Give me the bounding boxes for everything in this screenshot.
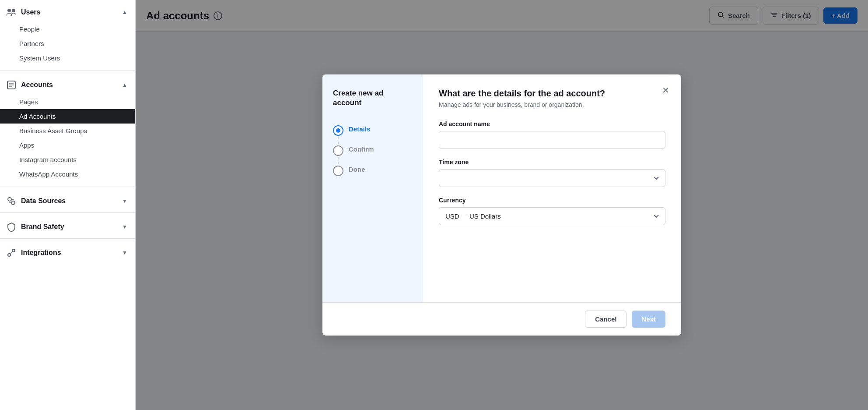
svg-point-5	[8, 254, 10, 256]
currency-label: Currency	[439, 197, 665, 204]
modal-left-title: Create new ad account	[333, 88, 413, 108]
sidebar-group-accounts-label: Accounts	[21, 81, 53, 89]
modal-close-button[interactable]: ✕	[658, 83, 672, 97]
users-chevron-icon: ▲	[122, 9, 127, 15]
step-list: Details Confirm Done	[333, 120, 413, 180]
form-group-ad-account-name: Ad account name	[439, 120, 665, 149]
step-done-circle	[333, 166, 343, 176]
data-sources-icon	[6, 196, 17, 206]
cancel-button[interactable]: Cancel	[585, 311, 626, 328]
sidebar-group-data-sources-label: Data Sources	[21, 197, 66, 205]
step-confirm-circle	[333, 145, 343, 156]
sidebar-item-whatsapp-accounts[interactable]: WhatsApp Accounts	[19, 167, 135, 181]
currency-select[interactable]: USD — US Dollars EUR — Euro GBP — Britis…	[439, 207, 665, 225]
sidebar-accounts-items: Pages Ad Accounts Business Asset Groups …	[0, 95, 135, 185]
next-button[interactable]: Next	[632, 311, 665, 328]
close-icon: ✕	[662, 85, 669, 95]
modal-right-panel: ✕ What are the details for the ad accoun…	[423, 74, 681, 302]
svg-point-4	[11, 201, 15, 205]
sidebar-group-users-label: Users	[21, 8, 40, 16]
modal-right-spacer	[439, 235, 665, 292]
modal-right-subtitle: Manage ads for your business, brand or o…	[439, 101, 665, 108]
sidebar-section-users: Users ▲ People Partners System Users	[0, 0, 135, 69]
modal-overlay: Create new ad account Details Confirm	[136, 0, 868, 410]
sidebar-group-users[interactable]: Users ▲	[0, 0, 135, 22]
divider-1	[0, 71, 135, 71]
svg-rect-1	[12, 9, 15, 12]
sidebar-item-system-users[interactable]: System Users	[19, 51, 135, 65]
modal-left-panel: Create new ad account Details Confirm	[322, 74, 423, 302]
modal: Create new ad account Details Confirm	[322, 74, 681, 336]
sidebar: Users ▲ People Partners System Users Acc…	[0, 0, 136, 410]
sidebar-group-brand-safety-label: Brand Safety	[21, 223, 64, 231]
svg-point-6	[12, 249, 15, 252]
sidebar-group-brand-safety[interactable]: Brand Safety ▼	[0, 215, 135, 237]
form-group-currency: Currency USD — US Dollars EUR — Euro GBP…	[439, 197, 665, 225]
accounts-icon	[6, 80, 17, 90]
accounts-chevron-icon: ▲	[122, 82, 127, 88]
step-confirm-label: Confirm	[349, 145, 374, 153]
divider-4	[0, 238, 135, 239]
step-done: Done	[333, 160, 413, 180]
step-confirm: Confirm	[333, 140, 413, 160]
sidebar-item-instagram-accounts[interactable]: Instagram accounts	[19, 152, 135, 167]
modal-body: Create new ad account Details Confirm	[322, 74, 681, 302]
main-area: Ad accounts i Search Filters	[136, 0, 868, 410]
brand-safety-icon	[6, 222, 17, 232]
svg-rect-0	[7, 9, 11, 12]
sidebar-item-business-asset-groups[interactable]: Business Asset Groups	[19, 124, 135, 138]
ad-account-name-label: Ad account name	[439, 120, 665, 127]
step-done-label: Done	[349, 165, 365, 173]
sidebar-item-people[interactable]: People	[19, 22, 135, 36]
sidebar-section-accounts: Accounts ▲ Pages Ad Accounts Business As…	[0, 73, 135, 185]
users-icon	[6, 7, 17, 18]
sidebar-group-accounts[interactable]: Accounts ▲	[0, 73, 135, 95]
step-details-circle-inner	[336, 128, 340, 133]
divider-3	[0, 212, 135, 213]
data-sources-chevron-icon: ▼	[122, 198, 127, 204]
sidebar-group-integrations[interactable]: Integrations ▼	[0, 240, 135, 262]
svg-point-3	[8, 198, 11, 201]
sidebar-section-brand-safety: Brand Safety ▼	[0, 215, 135, 237]
sidebar-section-data-sources: Data Sources ▼	[0, 189, 135, 211]
modal-right-title: What are the details for the ad account?	[439, 88, 665, 99]
step-details: Details	[333, 120, 413, 140]
sidebar-item-pages[interactable]: Pages	[19, 95, 135, 109]
sidebar-item-partners[interactable]: Partners	[19, 36, 135, 51]
sidebar-section-integrations: Integrations ▼	[0, 240, 135, 262]
sidebar-item-ad-accounts[interactable]: Ad Accounts	[0, 109, 135, 124]
sidebar-users-items: People Partners System Users	[0, 22, 135, 69]
modal-footer: Cancel Next	[322, 302, 681, 336]
sidebar-group-data-sources[interactable]: Data Sources ▼	[0, 189, 135, 211]
time-zone-select[interactable]	[439, 169, 665, 187]
divider-2	[0, 187, 135, 187]
step-details-circle	[333, 125, 343, 136]
sidebar-item-apps[interactable]: Apps	[19, 138, 135, 152]
step-details-label: Details	[349, 124, 370, 133]
sidebar-group-integrations-label: Integrations	[21, 249, 61, 257]
integrations-icon	[6, 247, 17, 258]
ad-account-name-input[interactable]	[439, 131, 665, 149]
time-zone-label: Time zone	[439, 159, 665, 166]
form-group-time-zone: Time zone	[439, 159, 665, 187]
integrations-chevron-icon: ▼	[122, 250, 127, 256]
brand-safety-chevron-icon: ▼	[122, 224, 127, 230]
